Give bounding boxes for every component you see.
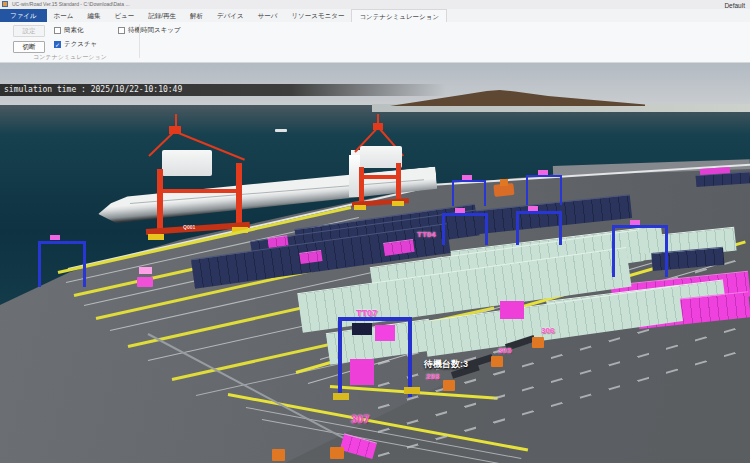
truck-cab: [532, 337, 544, 348]
rtg-label-chip: [538, 170, 548, 175]
ribbon-tab-9[interactable]: コンテナシミュレーション: [351, 9, 447, 22]
agv-label-chip: [139, 267, 152, 274]
truck-cab: [491, 356, 503, 367]
preset-selector[interactable]: Default: [724, 2, 745, 9]
truck-cab: [272, 449, 285, 461]
checkbox-box[interactable]: [118, 27, 125, 34]
ribbon-checks: 簡素化待機時間スキップ✓テクスチャ: [54, 26, 181, 49]
rtg-crane: [612, 225, 668, 277]
checkbox-label: 簡素化: [64, 26, 84, 35]
rtg-crane: [38, 241, 86, 287]
ribbon-tab-4[interactable]: 記録/再生: [141, 9, 183, 22]
ribbon-body: 設定切断 簡素化待機時間スキップ✓テクスチャ コンテナシミュレーション: [0, 22, 750, 63]
ribbon-tab-8[interactable]: リソースモニター: [284, 9, 351, 22]
simulation-time-bar: simulation time : 2025/10/22-10:10:49: [0, 84, 446, 96]
quay-crane2-foot: [392, 201, 404, 206]
quay-crane2-leg: [396, 163, 401, 203]
checkbox-box[interactable]: [54, 27, 61, 34]
rtg-label-chip: [455, 208, 465, 213]
ribbon-tab-1[interactable]: ホーム: [47, 9, 81, 22]
ribbon-tab-7[interactable]: サーバ: [251, 9, 285, 22]
rtg-crane-tt07: [338, 317, 412, 397]
rtg-crane: [452, 180, 486, 206]
reach-stacker-cab: [500, 179, 508, 186]
ribbon-tabs: ファイルホーム編集ビュー記録/再生解析デバイスサーバリソースモニターコンテナシミ…: [0, 9, 750, 22]
quay-crane2-leg: [359, 167, 364, 205]
ribbon-button-1[interactable]: 切断: [13, 41, 45, 53]
checkbox-box[interactable]: ✓: [54, 41, 61, 48]
rtg-crane: [516, 211, 562, 245]
quay-crane2-portal: [359, 175, 401, 179]
quay-crane1-leg: [157, 169, 163, 231]
app-icon: [2, 1, 8, 7]
rtg-label-chip: [630, 220, 640, 225]
rtg-label-chip: [50, 235, 60, 240]
checkbox-label: 待機時間スキップ: [128, 26, 181, 35]
ribbon-tab-3[interactable]: ビュー: [107, 9, 141, 22]
rtg-label-chip: [462, 175, 472, 180]
rtg-label-chip: [528, 206, 538, 211]
rtg-crane: [526, 175, 562, 205]
ribbon-button-0[interactable]: 設定: [13, 25, 45, 37]
rtg-crane: [442, 213, 488, 245]
checkbox-1[interactable]: 待機時間スキップ: [118, 26, 181, 35]
viewport-3d[interactable]: simulation time : 2025/10/22-10:10:49 Q0…: [0, 63, 750, 463]
ribbon-group-label: コンテナシミュレーション: [0, 53, 140, 62]
quay-crane2-foot: [354, 205, 366, 210]
simulation-time-text: simulation time : 2025/10/22-10:10:49: [4, 85, 182, 94]
truck-cab: [330, 447, 344, 459]
ribbon-tab-0[interactable]: ファイル: [0, 9, 47, 22]
tt07-base: [404, 387, 420, 394]
tt07-trolley: [352, 323, 372, 335]
ribbon: ファイルホーム編集ビュー記録/再生解析デバイスサーバリソースモニターコンテナシミ…: [0, 9, 750, 63]
quay-crane1-foot: [148, 234, 164, 240]
agv-pink: [137, 277, 153, 287]
ribbon-tab-2[interactable]: 編集: [80, 9, 107, 22]
checkbox-0[interactable]: 簡素化: [54, 26, 110, 35]
truck-cab: [443, 380, 455, 391]
quay-crane1-house: [162, 150, 212, 176]
window-title: UC-win/Road Ver.15 Standard - C:\Downloa…: [12, 1, 130, 7]
distant-boat: [275, 129, 287, 132]
checkbox-2[interactable]: ✓テクスチャ: [54, 40, 110, 49]
ribbon-tab-6[interactable]: デバイス: [210, 9, 251, 22]
ribbon-tab-5[interactable]: 解析: [183, 9, 210, 22]
application-window: UC-win/Road Ver.15 Standard - C:\Downloa…: [0, 0, 750, 463]
title-bar: UC-win/Road Ver.15 Standard - C:\Downloa…: [0, 0, 750, 9]
tt07-base: [333, 393, 349, 400]
container-magenta: [500, 301, 524, 319]
checkbox-label: テクスチャ: [64, 40, 97, 49]
quay-crane1-leg: [236, 163, 242, 225]
quay-crane1-portal: [157, 189, 242, 193]
